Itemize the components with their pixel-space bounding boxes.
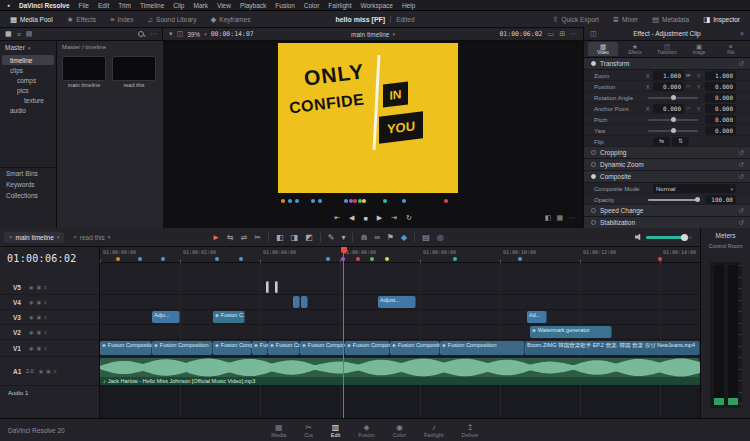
menu-help[interactable]: Help — [402, 2, 415, 9]
flag-button[interactable]: ⚑ — [387, 233, 394, 242]
track-header-v2[interactable]: V2◉▣≡ — [0, 325, 99, 340]
menu-fusion[interactable]: Fusion — [275, 2, 295, 9]
loop-button[interactable]: ↻ — [406, 214, 412, 222]
section-enable-dot[interactable] — [591, 162, 596, 167]
track-visibility-icon[interactable]: ◉ — [39, 368, 43, 374]
value-yaw[interactable]: 0.000 — [705, 126, 736, 135]
clip-v1-3[interactable]: ◈Fusion Composition — [252, 341, 268, 355]
timeline-marker[interactable] — [370, 257, 374, 261]
select-composite-mode[interactable]: Normal▾ — [653, 184, 736, 193]
bin-pics[interactable]: pics — [2, 85, 54, 95]
bin-root-row[interactable]: Master ▾ — [0, 41, 56, 54]
menu-view[interactable]: View — [217, 2, 231, 9]
inspector-tab-effects[interactable]: ★Effects — [620, 42, 650, 56]
overwrite-clip-button[interactable]: ◨ — [291, 233, 299, 242]
viewer-layout-icon[interactable]: ▦ — [556, 214, 563, 222]
link-toggle-icon[interactable]: ∞ — [686, 83, 690, 89]
page-media[interactable]: ▦Media — [271, 423, 286, 438]
value-position-x[interactable]: 0.000 — [653, 82, 684, 91]
timeline-tab-main-timeline[interactable]: ×main timeline▾ — [4, 232, 64, 243]
slider-pitch[interactable] — [648, 119, 698, 121]
play-button[interactable]: ▶ — [377, 214, 382, 222]
track-lane-v5[interactable] — [100, 280, 700, 295]
timeline-marker[interactable] — [453, 257, 457, 261]
go-to-last-frame-button[interactable]: ⇥ — [391, 214, 397, 222]
viewer-marker[interactable] — [444, 199, 448, 203]
page-deliver[interactable]: ↥Deliver — [462, 423, 479, 438]
toolbar-button-keyframes[interactable]: ◆Keyframes — [205, 13, 257, 26]
chevron-down-icon[interactable]: ▾ — [108, 234, 111, 240]
value-pitch[interactable]: 0.000 — [705, 115, 736, 124]
inspector-tab-transition[interactable]: ◫Transition — [652, 42, 682, 56]
auto-select-icon[interactable]: ≡ — [54, 368, 57, 374]
timeline-marker[interactable] — [385, 257, 389, 261]
toolbar-button-mixer[interactable]: ≣Mixer — [607, 13, 644, 26]
apple-menu-icon[interactable]: ● — [7, 2, 10, 8]
clip-v3-0[interactable]: Adju... — [152, 311, 180, 323]
volume-slider[interactable] — [646, 236, 692, 239]
more-options-icon[interactable]: ⋯ — [570, 30, 577, 38]
slider-yaw[interactable] — [648, 130, 698, 132]
list-view-icon[interactable]: ≡ — [17, 31, 21, 38]
slider-knob[interactable] — [671, 128, 676, 133]
control-room-label[interactable]: Control Room — [701, 243, 750, 249]
section-enable-dot[interactable] — [591, 150, 596, 155]
timeline-marker[interactable] — [116, 257, 120, 261]
track-visibility-icon[interactable]: ◉ — [29, 329, 33, 335]
track-header-v3[interactable]: V3◉▣≡ — [0, 310, 99, 325]
clip-v1-6[interactable]: ◈Fusion Composition — [345, 341, 390, 355]
more-options-icon[interactable]: ⋯ — [568, 214, 575, 222]
clip-v1-9[interactable]: Boom.ZIMG 韓国音楽歌手 EP.2 音楽. 韓国 音楽 원샷 NewJe… — [525, 341, 700, 355]
viewer-marker[interactable] — [402, 199, 406, 203]
link-toggle-icon[interactable]: ∞ — [686, 72, 690, 78]
viewer-marker[interactable] — [344, 199, 348, 203]
viewer-marker[interactable] — [349, 199, 353, 203]
page-fairlight[interactable]: ♪Fairlight — [424, 423, 444, 438]
timeline-ruler[interactable]: 01:00:00:0001:00:02:0001:00:04:0001:00:0… — [100, 247, 700, 263]
value-rotation-angle[interactable]: 0.000 — [705, 93, 736, 102]
page-edit[interactable]: ▥Edit — [331, 423, 340, 438]
viewer-marker[interactable] — [353, 199, 357, 203]
timeline-view-options-button[interactable]: ▤ — [422, 233, 430, 242]
auto-select-icon[interactable]: ≡ — [44, 314, 47, 320]
clip-v4-0[interactable] — [293, 296, 300, 308]
timeline-marker[interactable] — [356, 257, 360, 261]
sidebar-smart-bins[interactable]: Smart Bins — [0, 168, 56, 179]
track-lock-icon[interactable]: ▣ — [36, 299, 41, 305]
section-enable-dot[interactable] — [591, 61, 596, 66]
speaker-icon[interactable] — [635, 234, 642, 241]
clip-v5-0[interactable] — [266, 281, 269, 293]
menu-fairlight[interactable]: Fairlight — [328, 2, 351, 9]
reset-icon[interactable]: ↺ — [739, 60, 744, 68]
value-zoom-x[interactable]: 1.000 — [653, 71, 684, 80]
insert-clip-button[interactable]: ◧ — [276, 233, 284, 242]
viewer-marker[interactable] — [358, 199, 362, 203]
clip-v4-2[interactable]: Adjust... — [378, 296, 416, 308]
menu-file[interactable]: File — [79, 2, 89, 9]
viewer-marker[interactable] — [295, 199, 299, 203]
trim-edit-mode-tool[interactable]: ⇆ — [227, 233, 234, 242]
track-lock-icon[interactable]: ▣ — [36, 284, 41, 290]
track-header-v5[interactable]: V5◉▣≡ — [0, 280, 99, 295]
inspector-tab-video[interactable]: ▥Video — [588, 42, 618, 56]
volume-slider-knob[interactable] — [681, 234, 688, 241]
menu-timeline[interactable]: Timeline — [140, 2, 164, 9]
inspector-tab-file[interactable]: ≡File — [716, 42, 746, 56]
section-header-cropping[interactable]: Cropping↺ — [584, 147, 750, 159]
media-clip-main-timeline[interactable]: main timeline — [62, 56, 106, 88]
value-position-y[interactable]: 0.000 — [705, 82, 736, 91]
timeline-marker[interactable] — [518, 257, 522, 261]
toolbar-button-metadata[interactable]: ▤Metadata — [646, 13, 695, 26]
section-enable-dot[interactable] — [591, 174, 596, 179]
timeline-marker[interactable] — [239, 257, 243, 261]
sidebar-collections[interactable]: Collections — [0, 190, 56, 201]
slider-knob[interactable] — [695, 197, 700, 202]
section-header-transform[interactable]: Transform ↺ — [584, 58, 750, 70]
auto-select-icon[interactable]: ≡ — [44, 284, 47, 290]
clip-v1-7[interactable]: ◈Fusion Composition — [390, 341, 440, 355]
track-header-v1[interactable]: V1◉▣≡ — [0, 340, 99, 357]
wipe-mode-icon[interactable]: ▭ — [548, 30, 555, 38]
timeline-marker[interactable] — [215, 257, 219, 261]
bin-texture[interactable]: texture — [2, 95, 54, 105]
toolbar-button-media-pool[interactable]: ▦Media Pool — [4, 13, 59, 26]
